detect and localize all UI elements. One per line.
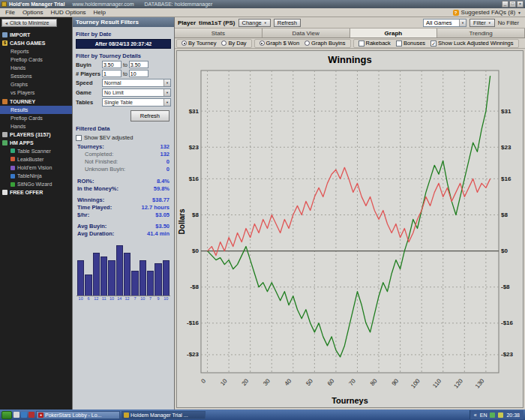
mini-chart-bar [147,271,154,296]
filter-by-details-label: Filter by Tourney Details [76,52,171,59]
quicklaunch-icon[interactable] [21,412,27,418]
filtered-data-stats: Tourneys:132Completed:132Not Finished:0U… [76,143,171,238]
sidebar-item-label: Preflop Cards [10,115,43,122]
sidebar-item-reports[interactable]: Reports [0,47,72,56]
game-value: No Limit [104,90,124,95]
holdem-vision-icon [10,166,15,170]
task-label: Holdem Manager Trial ... [130,412,188,418]
x-tick-label: 10 [219,377,229,387]
checkbox-rakeback[interactable]: Rakeback [358,40,391,46]
radio-by-day[interactable]: By Day [221,40,246,46]
sidebar-section-players-3157[interactable]: PLAYERS (3157) [0,130,72,139]
players-from-input[interactable] [102,70,122,77]
sidebar-minimize-button[interactable]: ◄ Click to Minimize [2,19,57,27]
tab-stats[interactable]: Stats [175,28,262,38]
chevron-down-icon: ▼ [264,21,267,25]
x-tick-label: 50 [304,377,314,387]
sidebar-item-leakbuster[interactable]: LeakBuster [0,155,72,164]
radio-by-tourney[interactable]: By Tourney [182,40,216,46]
sidebar-item-sitngo-wizard[interactable]: SitNGo Wizard [0,180,72,188]
buyin-to-input[interactable] [129,61,148,68]
start-button[interactable] [2,411,12,419]
tab-graph[interactable]: Graph [350,28,438,38]
view-tabs: StatsData ViewGraphTrending [175,28,525,38]
sidebar-item-tableninja[interactable]: TableNinja [0,172,72,180]
radio-graph-won[interactable]: Graph $ Won [260,40,299,46]
mini-chart-labels: 10612111014127107910 [76,296,170,301]
sidebar-item-preflop-cards[interactable]: Preflop Cards [0,56,72,64]
menu-options[interactable]: Options [19,9,47,16]
player-refresh-button[interactable]: Refresh [274,19,301,27]
taskbar-task-holdem-manager-trial[interactable]: Holdem Manager Trial ... [122,411,206,419]
checkbox-bonuses[interactable]: Bonuses [396,40,425,46]
mini-chart-bar [100,256,107,296]
quicklaunch-icon[interactable] [28,412,34,418]
filter-panel-header: Tourney Result Filters [73,17,174,27]
sidebar-item-hands[interactable]: Hands [0,64,72,72]
options-group-3: RakebackBonuses✓Show Luck Adjusted Winni… [353,39,519,48]
checkbox-show-luck-adjusted-winnings[interactable]: ✓Show Luck Adjusted Winnings [430,40,513,46]
sidebar-item-hands[interactable]: Hands [0,122,72,130]
sidebar-section-hm-apps[interactable]: HM APPS [0,139,72,147]
sidebar-item-results[interactable]: Results [0,106,72,114]
import-icon [2,32,8,38]
menu-bar: FileOptionsHUD OptionsHelp ? Suggested F… [0,8,525,17]
sidebar-item-vs-players[interactable]: vs Players [0,88,72,97]
sidebar-item-graphs[interactable]: Graphs [0,80,72,88]
quicklaunch-icon[interactable] [14,412,20,418]
radio-graph-buyins[interactable]: Graph Buyins [304,40,345,46]
taskbar-task-pokerstars-lobby-lo[interactable]: ♠PokerStars Lobby - Lo... [36,411,120,419]
x-tick-label: 100 [410,377,422,389]
sidebar-item-label: Hands [10,64,26,71]
x-tick-label: 120 [452,377,464,389]
player-bar: Player tima1sT (PS) Change ▼ Refresh All… [175,17,525,28]
tab-trending[interactable]: Trending [437,28,525,38]
date-filter-button[interactable]: After 08/24/13 20:37:42 [76,39,171,49]
y-tick-label-right: -$16 [501,320,514,326]
filter-refresh-button[interactable]: Refresh [130,110,170,122]
tab-data-view[interactable]: Data View [262,28,350,38]
menu-file[interactable]: File [2,9,19,16]
sidebar-item-table-scanner[interactable]: Table Scanner [0,147,72,155]
stat-hr: $/hr:$3.05 [76,212,171,219]
tables-select[interactable]: Single Table ▼ [102,98,171,106]
sidebar-item-hold-em-vision[interactable]: Hold'em Vision [0,164,72,172]
y-tick-label-right: $16 [501,176,512,182]
sidebar-section-free-offer[interactable]: FREE OFFER [0,188,72,196]
chevron-collapse-icon[interactable]: « [474,412,477,418]
stat-not-finished: Not Finished:0 [76,158,171,166]
sidebar-section-tourney[interactable]: TOURNEY [0,98,72,106]
all-games-value: All Games [426,20,452,26]
ev-adjusted-option[interactable]: Show $EV adjusted [76,134,171,141]
players-to-input[interactable] [129,70,148,77]
menu-hud-options[interactable]: HUD Options [46,9,89,16]
buyin-from-input[interactable] [102,61,122,68]
close-window-button[interactable]: × [517,1,524,8]
sidebar-item-preflop-cards[interactable]: Preflop Cards [0,114,72,122]
mini-chart-bar-value: 9 [154,296,161,301]
tray-icon[interactable] [498,412,503,418]
y-tick-label-right: -$23 [501,351,514,358]
change-player-button[interactable]: Change ▼ [238,19,271,27]
filter-dropdown-button[interactable]: Filter ▼ [470,19,495,27]
tray-icon[interactable] [490,412,495,418]
language-indicator[interactable]: EN [480,412,488,418]
minimize-window-button[interactable]: _ [502,1,508,8]
plot-area [201,70,499,373]
mini-chart-bar-value: 6 [85,296,92,301]
sidebar-item-sessions[interactable]: Sessions [0,72,72,80]
menu-help[interactable]: Help [90,9,110,16]
all-games-select[interactable]: All Games ▼ [423,19,466,27]
suggested-faqs[interactable]: ? Suggested FAQs (8) ▼ [453,9,524,16]
maximize-window-button[interactable]: □ [509,1,516,8]
x-axis-label: Tourneys [332,396,368,405]
speed-select[interactable]: Normal ▼ [102,79,171,87]
option-label: By Day [228,40,246,46]
sidebar-section-cash-games[interactable]: $CASH GAMES [0,39,72,47]
stat-label: ROI%: [77,178,94,185]
sitngo-wizard-icon [10,182,15,187]
game-label: Game [76,89,100,96]
game-select[interactable]: No Limit ▼ [102,88,171,97]
sidebar-item-label: Graphs [10,81,28,88]
sidebar-section-import[interactable]: IMPORT [0,31,72,39]
